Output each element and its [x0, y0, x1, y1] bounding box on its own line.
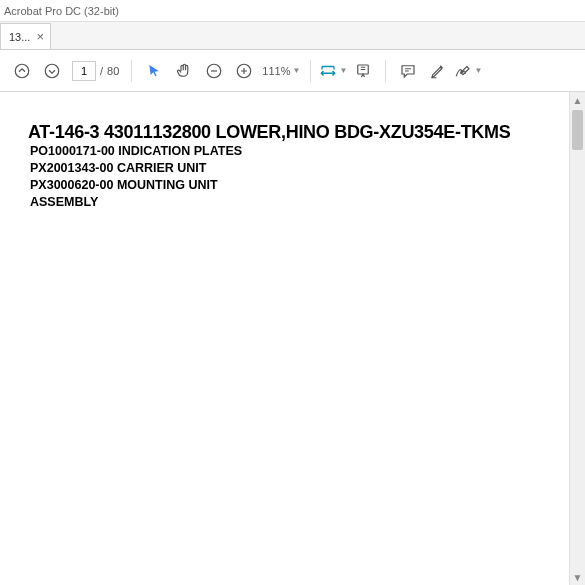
plus-circle-icon	[235, 62, 253, 80]
toolbar-divider	[310, 60, 311, 82]
toolbar-divider	[385, 60, 386, 82]
arrow-down-circle-icon	[43, 62, 61, 80]
page-view-icon	[354, 62, 372, 80]
svg-point-0	[15, 64, 29, 78]
zoom-level[interactable]: 111% ▼	[262, 65, 300, 77]
document-line: PX2001343-00 CARRIER UNIT	[28, 160, 565, 177]
document-line: PX3000620-00 MOUNTING UNIT	[28, 177, 565, 194]
chevron-down-icon: ▼	[292, 66, 300, 75]
page-total: 80	[107, 65, 119, 77]
page-separator: /	[100, 65, 103, 77]
minus-circle-icon	[205, 62, 223, 80]
zoom-value: 111%	[262, 65, 290, 77]
scroll-up-icon[interactable]: ▲	[570, 92, 585, 108]
page-down-button[interactable]	[38, 57, 66, 85]
document-line: ASSEMBLY	[28, 194, 565, 211]
zoom-in-button[interactable]	[230, 57, 258, 85]
sign-button[interactable]: ▼	[454, 57, 482, 85]
document-content: AT-146-3 43011132800 LOWER,HINO BDG-XZU3…	[0, 92, 585, 585]
scrollbar-thumb[interactable]	[572, 110, 583, 150]
signature-icon	[454, 62, 472, 80]
hand-tool-button[interactable]	[170, 57, 198, 85]
tab-bar: 13... ×	[0, 22, 585, 50]
scroll-down-icon[interactable]: ▼	[570, 569, 585, 585]
fit-width-button[interactable]: ▼	[319, 57, 347, 85]
highlight-button[interactable]	[424, 57, 452, 85]
toolbar-divider	[131, 60, 132, 82]
arrow-up-circle-icon	[13, 62, 31, 80]
vertical-scrollbar[interactable]: ▲ ▼	[569, 92, 585, 585]
zoom-out-button[interactable]	[200, 57, 228, 85]
svg-point-1	[45, 64, 59, 78]
toolbar: / 80 111% ▼ ▼ ▼	[0, 50, 585, 92]
page-number-input[interactable]	[72, 61, 96, 81]
read-mode-button[interactable]	[349, 57, 377, 85]
fit-width-icon	[319, 62, 337, 80]
chevron-down-icon: ▼	[474, 66, 482, 75]
tab-label: 13...	[9, 31, 30, 43]
window-title: Acrobat Pro DC (32-bit)	[4, 5, 119, 17]
hand-icon	[175, 62, 193, 80]
close-icon[interactable]: ×	[36, 29, 44, 44]
cursor-icon	[146, 63, 162, 79]
chevron-down-icon: ▼	[339, 66, 347, 75]
comment-button[interactable]	[394, 57, 422, 85]
highlighter-icon	[429, 62, 447, 80]
selection-tool-button[interactable]	[140, 57, 168, 85]
document-tab[interactable]: 13... ×	[0, 23, 51, 49]
document-line: PO1000171-00 INDICATION PLATES	[28, 143, 565, 160]
document-heading: AT-146-3 43011132800 LOWER,HINO BDG-XZU3…	[28, 122, 565, 143]
page-indicator: / 80	[72, 61, 119, 81]
window-titlebar: Acrobat Pro DC (32-bit)	[0, 0, 585, 22]
page-up-button[interactable]	[8, 57, 36, 85]
comment-icon	[399, 62, 417, 80]
